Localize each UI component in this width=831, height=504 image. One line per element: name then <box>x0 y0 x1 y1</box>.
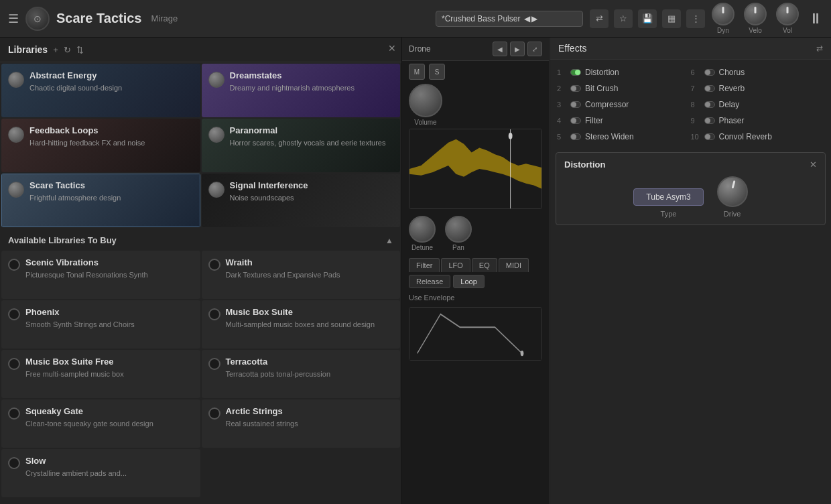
effect-toggle-reverb[interactable] <box>704 85 715 92</box>
refresh-library-icon[interactable]: ↻ <box>64 45 71 55</box>
library-desc: Horror scares, ghostly vocals and eerie … <box>230 138 386 147</box>
distortion-close-button[interactable]: ✕ <box>810 160 817 170</box>
hamburger-icon[interactable]: ☰ <box>8 11 19 26</box>
next-preset-arrow[interactable]: ▶ <box>531 14 537 23</box>
avail-item-terracotta[interactable]: Terracotta Terracotta pots tonal-percuss… <box>202 350 401 398</box>
detune-knob[interactable] <box>409 216 436 243</box>
app-subtitle: Mirage <box>151 13 178 23</box>
avail-item-arctic-strings[interactable]: Arctic Strings Real sustained strings <box>202 399 401 448</box>
vol-knob-control[interactable]: Vol <box>776 3 799 34</box>
solo-button[interactable]: S <box>429 64 445 80</box>
preset-nav[interactable]: ◀ ▶ <box>524 14 537 23</box>
radio-phoenix[interactable] <box>8 308 20 320</box>
effect-toggle-stereowiden[interactable] <box>570 133 581 140</box>
library-item-paranormal[interactable]: Paranormal Horror scares, ghostly vocals… <box>202 119 401 172</box>
installed-library-grid: Abstract Energy Chaotic digital sound-de… <box>0 62 401 229</box>
library-item-scare-tactics[interactable]: Scare Tactics Frightful atmosphere desig… <box>1 174 200 227</box>
library-item-content: Feedback Loops Hard-hitting feedback FX … <box>1 119 200 172</box>
avail-desc: Picturesque Tonal Resonations Synth <box>25 270 148 279</box>
available-library-grid: Scenic Vibrations Picturesque Tonal Reso… <box>0 249 401 499</box>
tab-midi[interactable]: MIDI <box>499 258 529 272</box>
radio-slow[interactable] <box>8 457 20 469</box>
dyn-knob-control[interactable]: Dyn <box>712 3 734 34</box>
avail-item-slow[interactable]: Slow Crystalline ambient pads and... <box>1 449 200 497</box>
library-icon <box>208 72 225 88</box>
pause-button[interactable]: ⏸ <box>808 10 823 27</box>
effect-toggle-chorus[interactable] <box>704 69 715 76</box>
sort-library-icon[interactable]: ⇅ <box>76 45 84 55</box>
app-logo: ⊙ <box>25 7 50 31</box>
radio-squeaky-gate[interactable] <box>8 407 20 420</box>
effect-toggle-convolreverb[interactable] <box>704 133 715 140</box>
effect-row-convolreverb: 10 Convol Reverb <box>691 129 825 144</box>
effect-toggle-distortion[interactable] <box>570 69 581 76</box>
distortion-controls: Tube Asym3 Type Drive <box>564 176 817 218</box>
next-drone-button[interactable]: ▶ <box>510 42 525 56</box>
tab-lfo[interactable]: LFO <box>441 258 470 272</box>
mute-button[interactable]: M <box>409 64 425 80</box>
effect-num: 3 <box>557 101 566 109</box>
avail-item-music-box-suite[interactable]: Music Box Suite Multi-sampled music boxe… <box>202 300 401 349</box>
app-title: Scare Tactics <box>56 11 142 26</box>
loop-button[interactable]: Loop <box>453 275 484 288</box>
effect-toggle-compressor[interactable] <box>570 101 581 108</box>
radio-music-box-suite[interactable] <box>208 308 220 320</box>
radio-music-box-free[interactable] <box>8 358 20 370</box>
radio-scenic-vibrations[interactable] <box>8 259 20 271</box>
vol-knob[interactable] <box>776 3 799 25</box>
bars-icon[interactable]: ▦ <box>662 9 681 28</box>
library-item-dreamstates[interactable]: Dreamstates Dreamy and nightmarish atmos… <box>202 64 401 117</box>
effect-toggle-delay[interactable] <box>704 101 715 108</box>
effect-toggle-filter[interactable] <box>570 117 581 124</box>
library-item-feedback-loops[interactable]: Feedback Loops Hard-hitting feedback FX … <box>1 119 200 172</box>
avail-desc: Real sustained strings <box>226 419 298 428</box>
radio-wraith[interactable] <box>208 259 220 271</box>
preset-selector[interactable]: *Crushed Bass Pulser ◀ ▶ <box>436 11 583 27</box>
more-icon[interactable]: ⋮ <box>686 9 705 28</box>
velo-knob[interactable] <box>744 3 767 25</box>
radio-terracotta[interactable] <box>208 358 220 370</box>
pan-label: Pan <box>452 244 464 251</box>
shuffle-icon[interactable]: ⇄ <box>590 9 609 28</box>
effect-num: 9 <box>691 117 700 125</box>
tab-filter[interactable]: Filter <box>409 258 440 272</box>
drive-knob[interactable] <box>717 176 748 207</box>
prev-preset-arrow[interactable]: ◀ <box>524 14 530 23</box>
effects-title: Effects <box>558 43 587 54</box>
library-item-signal-interference[interactable]: Signal Interference Noise soundscapes <box>202 174 401 227</box>
loop-controls: Release Loop <box>402 272 549 291</box>
tab-eq[interactable]: EQ <box>472 258 497 272</box>
pan-knob[interactable] <box>445 216 472 243</box>
add-library-icon[interactable]: + <box>53 45 58 55</box>
effect-num: 6 <box>691 68 700 76</box>
star-icon[interactable]: ☆ <box>614 9 633 28</box>
radio-arctic-strings[interactable] <box>208 407 220 420</box>
library-name: Scare Tactics <box>29 180 121 192</box>
velo-knob-control[interactable]: Velo <box>744 3 767 34</box>
avail-desc: Free multi-sampled music box <box>25 369 124 379</box>
effect-row-chorus: 6 Chorus <box>691 65 825 80</box>
avail-text: Scenic Vibrations Picturesque Tonal Reso… <box>25 257 148 279</box>
release-button[interactable]: Release <box>409 275 450 288</box>
effect-toggle-bitcrush[interactable] <box>570 85 581 92</box>
effects-list: 1 Distortion 2 Bit Crush 3 Compre <box>550 60 831 149</box>
avail-item-music-box-free[interactable]: Music Box Suite Free Free multi-sampled … <box>1 350 200 398</box>
avail-item-scenic-vibrations[interactable]: Scenic Vibrations Picturesque Tonal Reso… <box>1 251 200 299</box>
effect-name-distortion: Distortion <box>585 68 619 77</box>
avail-item-squeaky-gate[interactable]: Squeaky Gate Clean-tone squeaky gate sou… <box>1 399 200 448</box>
distortion-type-pill[interactable]: Tube Asym3 <box>633 188 703 206</box>
available-chevron-icon[interactable]: ▲ <box>385 236 393 245</box>
save-icon[interactable]: 💾 <box>638 9 657 28</box>
prev-drone-button[interactable]: ◀ <box>493 42 507 56</box>
effect-num: 5 <box>557 133 566 141</box>
dyn-knob[interactable] <box>712 3 734 25</box>
library-desc: Noise soundscapes <box>230 193 308 202</box>
effect-toggle-phaser[interactable] <box>704 117 715 124</box>
library-item-abstract-energy[interactable]: Abstract Energy Chaotic digital sound-de… <box>1 64 200 117</box>
effects-shuffle-icon[interactable]: ⇄ <box>816 44 823 53</box>
avail-item-phoenix[interactable]: Phoenix Smooth Synth Strings and Choirs <box>1 300 200 349</box>
volume-knob[interactable] <box>409 84 442 117</box>
avail-item-wraith[interactable]: Wraith Dark Textures and Expansive Pads <box>202 251 401 299</box>
close-panel-button[interactable]: ✕ <box>388 43 396 54</box>
expand-drone-button[interactable]: ⤢ <box>527 42 542 56</box>
